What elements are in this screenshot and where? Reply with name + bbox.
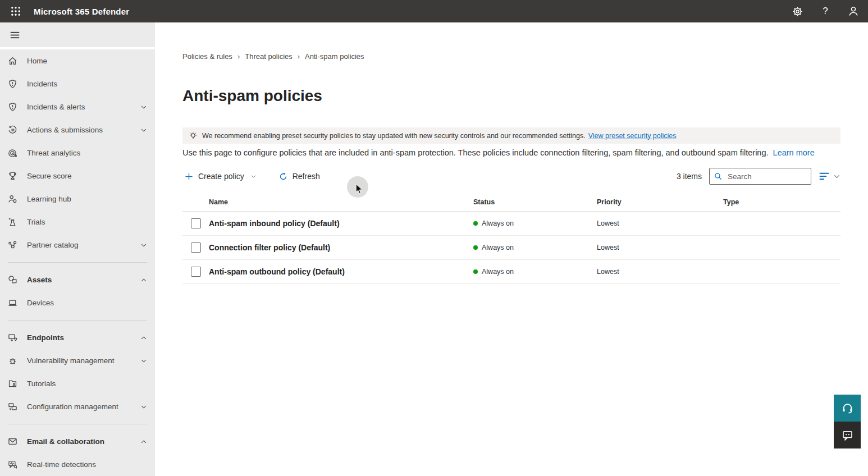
sidebar-item-incidents[interactable]: Incidents bbox=[0, 72, 155, 95]
search-input[interactable] bbox=[727, 172, 806, 181]
column-header-type[interactable]: Type bbox=[723, 198, 840, 206]
filter-icon[interactable] bbox=[818, 170, 830, 182]
refresh-button[interactable]: Refresh bbox=[277, 168, 322, 184]
email-icon bbox=[8, 437, 17, 446]
account-button[interactable] bbox=[848, 6, 859, 17]
table-row[interactable]: Anti-spam inbound policy (Default) Alway… bbox=[182, 212, 840, 236]
breadcrumb-separator: › bbox=[237, 52, 240, 61]
endpoints-icon bbox=[8, 333, 17, 342]
history-icon bbox=[8, 125, 17, 135]
description-text: Use this page to configure policies that… bbox=[182, 148, 769, 157]
items-count: 3 items bbox=[677, 172, 702, 181]
settings-gear-icon bbox=[792, 6, 803, 17]
sidebar-item-secure-score[interactable]: Secure score bbox=[0, 164, 155, 187]
row-checkbox[interactable] bbox=[191, 242, 201, 253]
sidebar-item-label: Learning hub bbox=[27, 195, 71, 203]
plus-icon bbox=[185, 172, 193, 181]
table-header-row: Name Status Priority Type bbox=[182, 193, 840, 212]
banner-text: We recommend enabling preset security po… bbox=[202, 132, 586, 140]
status-badge: Always on bbox=[482, 244, 514, 251]
status-dot bbox=[473, 245, 478, 250]
learn-more-link[interactable]: Learn more bbox=[773, 148, 815, 157]
breadcrumb-threat-policies[interactable]: Threat policies bbox=[245, 52, 293, 61]
policy-name[interactable]: Anti-spam inbound policy (Default) bbox=[209, 219, 473, 228]
support-button[interactable] bbox=[834, 395, 861, 422]
sidebar-item-home[interactable]: Home bbox=[0, 49, 155, 72]
sidebar-item-label: Home bbox=[27, 57, 47, 65]
sidebar-item-realtime-detections[interactable]: Real-time detections bbox=[0, 453, 155, 476]
sidebar-section-label: Assets bbox=[27, 276, 52, 284]
search-icon bbox=[714, 172, 722, 180]
page-title: Anti-spam policies bbox=[182, 85, 840, 107]
main-content: Policies & rules › Threat policies › Ant… bbox=[155, 22, 868, 476]
account-person-icon bbox=[848, 6, 859, 17]
table-row[interactable]: Anti-spam outbound policy (Default) Alwa… bbox=[182, 260, 840, 284]
row-checkbox[interactable] bbox=[191, 267, 201, 277]
settings-button[interactable] bbox=[792, 6, 803, 17]
breadcrumb-policies-rules[interactable]: Policies & rules bbox=[182, 52, 232, 61]
sidebar-item-endpoints[interactable]: Endpoints bbox=[0, 326, 155, 349]
table-row[interactable]: Connection filter policy (Default) Alway… bbox=[182, 236, 840, 260]
sidebar-divider bbox=[8, 262, 147, 263]
sidebar-item-learning-hub[interactable]: Learning hub bbox=[0, 187, 155, 210]
recommendation-banner: We recommend enabling preset security po… bbox=[182, 127, 840, 144]
chevron-down-icon bbox=[140, 404, 147, 410]
column-header-priority[interactable]: Priority bbox=[597, 198, 723, 206]
app-title: Microsoft 365 Defender bbox=[34, 7, 129, 16]
feedback-button[interactable] bbox=[834, 422, 861, 448]
chevron-up-icon bbox=[140, 438, 147, 445]
create-policy-label: Create policy bbox=[198, 172, 244, 181]
priority-value: Lowest bbox=[597, 219, 723, 227]
sidebar-item-tutorials[interactable]: Tutorials bbox=[0, 372, 155, 395]
column-header-name[interactable]: Name bbox=[209, 198, 473, 206]
sidebar-item-configuration-management[interactable]: Configuration management bbox=[0, 395, 155, 418]
row-checkbox[interactable] bbox=[191, 218, 201, 228]
help-button[interactable]: ? bbox=[820, 6, 831, 17]
realtime-detections-icon bbox=[8, 460, 17, 469]
sidebar-item-label: Actions & submissions bbox=[27, 126, 103, 134]
chevron-up-icon bbox=[140, 335, 147, 341]
sidebar-item-label: Trials bbox=[27, 218, 45, 226]
policy-name[interactable]: Connection filter policy (Default) bbox=[209, 243, 473, 252]
status-dot bbox=[473, 221, 478, 226]
sidebar-item-email-collaboration[interactable]: Email & collaboration bbox=[0, 430, 155, 453]
sidebar-item-label: Secure score bbox=[27, 172, 72, 180]
sidebar-item-incidents-alerts[interactable]: Incidents & alerts bbox=[0, 95, 155, 118]
policy-name[interactable]: Anti-spam outbound policy (Default) bbox=[209, 267, 473, 276]
page-description: Use this page to configure policies that… bbox=[182, 147, 840, 158]
top-bar: Microsoft 365 Defender ? bbox=[0, 0, 868, 22]
sidebar-item-label: Partner catalog bbox=[27, 241, 79, 249]
sidebar-item-label: Tutorials bbox=[27, 379, 56, 388]
tutorials-icon bbox=[8, 379, 17, 388]
toolbar-right: 3 items bbox=[677, 168, 840, 185]
help-icon: ? bbox=[823, 6, 828, 17]
column-header-status[interactable]: Status bbox=[473, 198, 597, 206]
refresh-label: Refresh bbox=[293, 172, 320, 181]
chevron-down-icon bbox=[140, 358, 147, 364]
toolbar: Create policy Refresh 3 items bbox=[182, 166, 840, 186]
sidebar-item-label: Threat analytics bbox=[27, 149, 80, 157]
sidebar-item-threat-analytics[interactable]: Threat analytics bbox=[0, 141, 155, 164]
view-preset-security-policies-link[interactable]: View preset security policies bbox=[588, 132, 677, 140]
chevron-down-icon[interactable] bbox=[833, 173, 840, 180]
sidebar-section-label: Endpoints bbox=[27, 333, 64, 342]
sidebar-item-assets[interactable]: Assets bbox=[0, 268, 155, 291]
hamburger-icon bbox=[10, 30, 20, 40]
status-badge: Always on bbox=[482, 219, 514, 227]
app-launcher-button[interactable] bbox=[6, 0, 26, 22]
breadcrumb: Policies & rules › Threat policies › Ant… bbox=[182, 52, 840, 61]
sidebar-item-trials[interactable]: Trials bbox=[0, 210, 155, 234]
configuration-icon bbox=[8, 402, 17, 411]
sidebar-item-partner-catalog[interactable]: Partner catalog bbox=[0, 234, 155, 257]
sidebar-item-devices[interactable]: Devices bbox=[0, 291, 155, 314]
status-badge: Always on bbox=[482, 268, 514, 276]
vulnerability-icon bbox=[8, 356, 17, 365]
create-policy-button[interactable]: Create policy bbox=[182, 168, 259, 184]
sidebar-item-actions-submissions[interactable]: Actions & submissions bbox=[0, 118, 155, 141]
hamburger-menu-button[interactable] bbox=[7, 27, 22, 43]
refresh-icon bbox=[279, 172, 287, 181]
chevron-down-icon bbox=[250, 173, 257, 180]
search-box[interactable] bbox=[709, 168, 811, 185]
sidebar-item-vulnerability-management[interactable]: Vulnerability management bbox=[0, 349, 155, 372]
breadcrumb-anti-spam-policies[interactable]: Anti-spam policies bbox=[305, 52, 364, 61]
